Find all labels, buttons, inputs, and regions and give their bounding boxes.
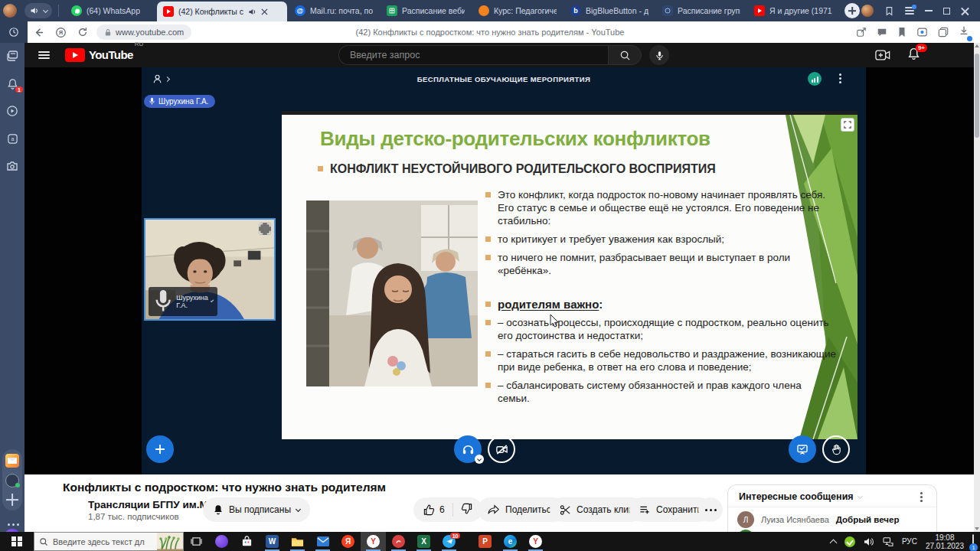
hamburger-menu-icon[interactable] bbox=[38, 51, 50, 59]
youtube-search-input[interactable] bbox=[338, 45, 608, 65]
scroll-up-arrow[interactable] bbox=[975, 44, 979, 47]
screenshot-icon[interactable] bbox=[5, 159, 19, 173]
minimize-presentation-button[interactable] bbox=[789, 435, 816, 463]
address-bar: Я www.youtube.com (42) Конфликты с подро… bbox=[0, 21, 980, 43]
volume-icon[interactable] bbox=[864, 537, 874, 546]
video-player[interactable]: БЕСПЛАТНЫЕ ОБУЧАЮЩИЕ МЕРОПРИЯТИЯ Шурухин… bbox=[24, 67, 974, 474]
yandex-mail-icon[interactable] bbox=[5, 454, 19, 468]
notifications-bell-icon[interactable]: 1 bbox=[5, 77, 19, 90]
tabs-panel-icon[interactable] bbox=[5, 49, 19, 63]
taskbar-app-alice[interactable] bbox=[209, 532, 234, 551]
bullet-square-icon bbox=[485, 192, 491, 197]
taskbar-app-yandex-browser-2[interactable]: Y bbox=[523, 532, 548, 551]
participants-toggle[interactable] bbox=[152, 73, 169, 85]
close-window-button[interactable] bbox=[961, 7, 969, 15]
browser-profile-avatar[interactable] bbox=[3, 4, 17, 18]
video-hub-icon[interactable] bbox=[5, 104, 19, 118]
task-view-button[interactable] bbox=[184, 532, 209, 551]
share-page-icon[interactable] bbox=[856, 27, 867, 37]
taskbar-app-telegram[interactable]: 10 bbox=[436, 532, 462, 551]
scrollbar-thumb[interactable] bbox=[975, 54, 979, 138]
tab-audio-control[interactable] bbox=[24, 3, 52, 18]
audio-join-button[interactable] bbox=[454, 435, 482, 463]
add-service-button[interactable] bbox=[6, 494, 18, 506]
tab-course[interactable]: Курс: Педагогическая bbox=[472, 2, 563, 20]
translate-icon[interactable]: a bbox=[5, 132, 19, 145]
account-avatar[interactable] bbox=[861, 5, 874, 17]
language-indicator[interactable]: РУС bbox=[902, 537, 917, 546]
webcam-share-button[interactable] bbox=[488, 435, 515, 463]
active-speaker-badge[interactable]: Шурухина Г.А. bbox=[144, 95, 215, 108]
tab-sound-icon[interactable] bbox=[248, 8, 256, 16]
back-button[interactable] bbox=[33, 27, 44, 38]
create-video-icon[interactable] bbox=[875, 49, 890, 61]
slide-bullet: – осознать процессы, происходящие с подр… bbox=[485, 316, 836, 342]
raise-hand-button[interactable] bbox=[822, 435, 850, 463]
like-button[interactable]: 6 bbox=[423, 504, 445, 516]
refresh-button[interactable] bbox=[77, 27, 88, 37]
bbb-options-icon[interactable] bbox=[839, 73, 841, 76]
collections-icon[interactable] bbox=[938, 27, 949, 37]
comments-icon[interactable] bbox=[877, 27, 887, 37]
sidebar-more-icon[interactable] bbox=[8, 523, 19, 526]
taskbar-search-input[interactable] bbox=[53, 537, 145, 546]
tab-close-icon[interactable] bbox=[261, 8, 268, 15]
network-icon[interactable] bbox=[883, 537, 893, 546]
subscribed-button[interactable]: Вы подписаны bbox=[203, 497, 310, 522]
restore-button[interactable] bbox=[943, 8, 950, 15]
windows-logo-icon bbox=[11, 536, 22, 547]
antivirus-shield-icon[interactable] bbox=[844, 536, 855, 547]
audio-options-badge[interactable] bbox=[475, 455, 484, 464]
downloads-button[interactable] bbox=[959, 25, 969, 39]
taskbar-app-misc[interactable] bbox=[386, 532, 411, 551]
webcam-name-tag[interactable]: Шурухина Г.А. bbox=[149, 287, 217, 316]
chat-options-icon[interactable] bbox=[920, 496, 923, 498]
voice-search-button[interactable] bbox=[649, 45, 669, 65]
youtube-search-button[interactable] bbox=[608, 45, 642, 65]
tray-expand-icon[interactable] bbox=[829, 539, 837, 546]
messenger-status-icon[interactable] bbox=[5, 474, 19, 487]
youtube-logo[interactable]: YouTube RU bbox=[65, 48, 143, 62]
minimize-button[interactable] bbox=[925, 10, 933, 11]
yandex-search-icon[interactable]: Я bbox=[55, 27, 67, 38]
bookmark-icon[interactable] bbox=[897, 27, 906, 37]
new-tab-button[interactable] bbox=[844, 3, 860, 18]
tab-bigbluebutton[interactable]: b BigBlueButton - для за bbox=[564, 2, 655, 20]
tab-schedule-webinars[interactable]: Расписание вебинаро bbox=[381, 2, 471, 20]
webcam-expand-icon[interactable] bbox=[259, 223, 271, 235]
taskbar-app-explorer[interactable] bbox=[285, 532, 310, 551]
tab-group-schedule[interactable]: Расписание группы bbox=[656, 2, 746, 20]
taskbar-search[interactable] bbox=[34, 532, 184, 551]
scroll-down-arrow[interactable] bbox=[975, 527, 979, 530]
taskbar-app-powerpoint[interactable]: P bbox=[472, 532, 498, 551]
bookmarks-panel-icon[interactable] bbox=[884, 6, 894, 16]
tab-whatsapp[interactable]: (64) WhatsApp bbox=[65, 2, 155, 20]
tab-youtube-current[interactable]: (42) Конфликты с bbox=[157, 2, 287, 21]
browser-menu-icon[interactable] bbox=[905, 7, 914, 15]
history-button[interactable] bbox=[0, 21, 28, 43]
taskbar-app-word[interactable]: W bbox=[260, 532, 285, 551]
tab-mailru[interactable]: @ Mail.ru: почта, поиск в bbox=[289, 2, 379, 20]
taskbar-app-excel[interactable]: X bbox=[411, 532, 436, 551]
more-actions-button[interactable] bbox=[698, 497, 723, 522]
taskbar-app-store[interactable] bbox=[234, 532, 260, 551]
url-field[interactable]: www.youtube.com bbox=[96, 24, 191, 40]
tray-clock[interactable]: 19:08 27.01.2023 bbox=[926, 533, 964, 550]
taskbar-app-mail[interactable] bbox=[310, 532, 335, 551]
connection-status-button[interactable] bbox=[808, 72, 822, 86]
tab-youtube-other[interactable]: Я и другие (1971) | Цв bbox=[748, 2, 838, 20]
youtube-icon bbox=[754, 5, 765, 16]
taskbar-app-edge[interactable]: e bbox=[498, 532, 523, 551]
notifications-button[interactable]: 9+ bbox=[907, 47, 920, 64]
dislike-button[interactable] bbox=[461, 503, 472, 517]
start-button[interactable] bbox=[0, 532, 34, 551]
notification-center-button[interactable]: 1 bbox=[972, 535, 974, 549]
slide-expand-icon[interactable] bbox=[841, 118, 854, 132]
taskbar-app-yandex-browser[interactable]: Y bbox=[361, 532, 386, 551]
thumbs-up-icon bbox=[423, 504, 435, 516]
taskbar-app-yandex-search[interactable]: Я bbox=[335, 532, 361, 551]
tab-preview-icon[interactable] bbox=[916, 27, 928, 37]
chevron-down-icon[interactable] bbox=[858, 493, 863, 498]
webcam-tile[interactable]: Шурухина Г.А. bbox=[144, 218, 276, 321]
actions-plus-button[interactable] bbox=[146, 435, 174, 463]
